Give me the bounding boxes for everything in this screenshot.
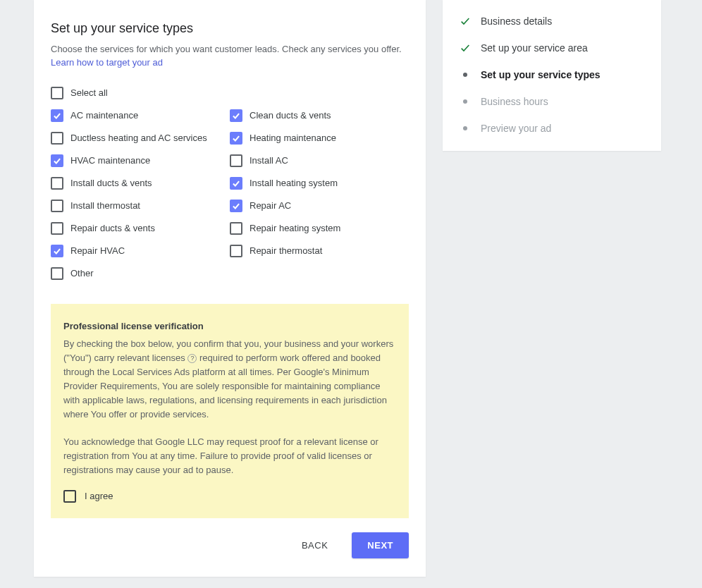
checkbox-icon xyxy=(51,132,63,145)
checkbox-label: Repair heating system xyxy=(250,223,340,233)
service-checkbox[interactable]: Install heating system xyxy=(230,177,409,190)
service-checkbox[interactable]: Heating maintenance xyxy=(230,132,409,145)
learn-more-link[interactable]: Learn how to target your ad xyxy=(51,57,163,68)
checkbox-icon xyxy=(51,177,63,190)
checkbox-label: HVAC maintenance xyxy=(70,155,150,166)
checkbox-icon xyxy=(51,87,63,99)
checkbox-label: Ductless heating and AC services xyxy=(70,133,207,143)
main-card: Set up your service types Choose the ser… xyxy=(34,0,426,577)
service-checkbox[interactable]: AC maintenance xyxy=(51,109,230,122)
verification-paragraph-2: You acknowledge that Google LLC may requ… xyxy=(63,435,396,477)
check-icon xyxy=(460,16,471,27)
step-label: Business details xyxy=(481,16,552,27)
back-button[interactable]: BACK xyxy=(297,533,332,558)
service-checkbox[interactable]: Clean ducts & vents xyxy=(230,109,409,122)
next-button[interactable]: NEXT xyxy=(352,532,409,558)
checkbox-label: Repair thermostat xyxy=(250,245,322,256)
checkbox-icon xyxy=(51,267,63,280)
step-item: Set up your service area xyxy=(460,42,644,54)
verification-paragraph-1: By checking the box below, you confirm t… xyxy=(63,337,396,422)
checkbox-icon xyxy=(51,222,63,235)
step-item: Business details xyxy=(460,16,644,27)
checkbox-label: Repair AC xyxy=(250,200,291,211)
service-checkbox[interactable]: Repair heating system xyxy=(230,222,409,235)
bullet-icon xyxy=(460,69,471,80)
checkbox-icon xyxy=(230,245,242,257)
checkbox-label: AC maintenance xyxy=(70,110,138,121)
checkbox-label: Install thermostat xyxy=(70,200,140,211)
checkbox-label: Install heating system xyxy=(250,178,338,188)
checkbox-icon xyxy=(51,109,63,122)
service-checkbox[interactable]: Ductless heating and AC services xyxy=(51,132,230,145)
checkbox-icon xyxy=(51,200,63,212)
subtitle-text: Choose the services for which you want c… xyxy=(51,44,402,54)
checkbox-icon xyxy=(230,109,242,122)
checkbox-icon xyxy=(230,222,242,235)
checkbox-icon xyxy=(51,154,63,167)
checkbox-icon xyxy=(230,177,242,190)
select-all-label: Select all xyxy=(70,87,108,98)
checkbox-label: Repair ducts & vents xyxy=(70,223,155,233)
step-label: Preview your ad xyxy=(481,123,551,134)
checkbox-icon xyxy=(230,154,242,167)
footer-buttons: BACK NEXT xyxy=(297,532,409,558)
page-title: Set up your service types xyxy=(51,21,409,36)
step-label: Business hours xyxy=(481,96,548,107)
step-item: Preview your ad xyxy=(460,123,644,134)
checkbox-icon xyxy=(51,245,63,257)
service-checkbox[interactable]: Install AC xyxy=(230,154,409,167)
step-item: Set up your service types xyxy=(460,69,644,80)
checkbox-label: Install ducts & vents xyxy=(70,178,152,188)
bullet-icon xyxy=(460,123,471,134)
checkbox-label: Heating maintenance xyxy=(250,133,336,143)
checkbox-label: Install AC xyxy=(250,155,288,166)
checkbox-label: Other xyxy=(70,268,94,278)
service-checkbox[interactable]: Repair thermostat xyxy=(230,245,409,257)
page-subtitle: Choose the services for which you want c… xyxy=(51,43,409,70)
service-checkbox[interactable]: HVAC maintenance xyxy=(51,154,230,167)
agree-label: I agree xyxy=(85,491,113,501)
service-checkbox[interactable]: Repair HVAC xyxy=(51,245,230,257)
service-checkbox[interactable]: Repair AC xyxy=(230,200,409,212)
help-icon[interactable]: ? xyxy=(187,354,197,363)
checkbox-icon xyxy=(230,200,242,212)
checkbox-icon xyxy=(63,490,76,503)
check-icon xyxy=(460,42,471,54)
step-label: Set up your service area xyxy=(481,42,588,54)
bullet-icon xyxy=(460,96,471,107)
checkbox-icon xyxy=(230,132,242,145)
step-item: Business hours xyxy=(460,96,644,107)
step-label: Set up your service types xyxy=(481,69,601,80)
checkbox-label: Repair HVAC xyxy=(70,245,125,256)
service-checkbox[interactable]: Install ducts & vents xyxy=(51,177,230,190)
service-checkbox[interactable]: Other xyxy=(51,267,230,280)
service-checkbox[interactable]: Repair ducts & vents xyxy=(51,222,230,235)
service-checkbox[interactable]: Install thermostat xyxy=(51,200,230,212)
select-all-checkbox[interactable]: Select all xyxy=(51,87,409,99)
checkbox-label: Clean ducts & vents xyxy=(250,110,331,121)
verification-title: Professional license verification xyxy=(63,321,396,331)
agree-checkbox[interactable]: I agree xyxy=(63,490,396,503)
license-verification-box: Professional license verification By che… xyxy=(51,304,409,518)
steps-sidebar: Business detailsSet up your service area… xyxy=(443,0,661,151)
